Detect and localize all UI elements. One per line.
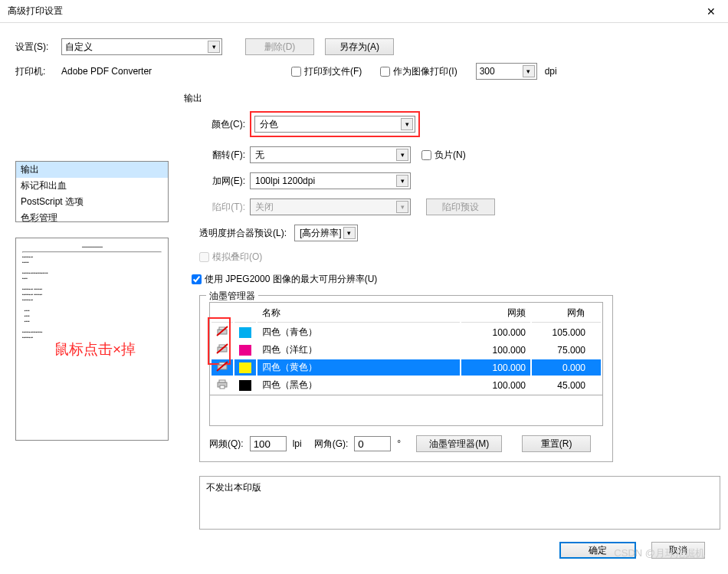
flip-value: 无 (255, 149, 264, 162)
screening-value: 100lpi 1200dpi (255, 175, 315, 186)
chevron-down-icon: ▾ (523, 65, 535, 77)
printer-icon[interactable] (216, 326, 228, 336)
transparency-label: 透明度拼合器预设(L): (199, 227, 287, 240)
col-freq: 网频 (461, 304, 530, 323)
ok-button[interactable]: 确定 (559, 542, 636, 559)
main-content: 设置(S): 自定义 ▾ 删除(D) 另存为(A) 打印机: Adobe PDF… (0, 23, 728, 103)
transparency-select[interactable]: [高分辨率] ▾ (294, 225, 358, 241)
screening-label: 加网(E): (199, 175, 245, 188)
ink-row[interactable]: 四色（黄色）100.0000.000 (212, 359, 601, 376)
output-section-label: 输出 (184, 92, 713, 105)
dpi-combo[interactable]: 300 ▾ (476, 63, 537, 80)
flip-select[interactable]: 无 ▾ (250, 146, 411, 163)
simulate-input (199, 252, 209, 262)
print-to-file-input[interactable] (291, 67, 301, 77)
color-value: 分色 (260, 118, 278, 131)
chevron-down-icon: ▾ (401, 118, 413, 130)
cancel-button[interactable]: 取消 (651, 542, 705, 559)
col-angle: 网角 (532, 304, 601, 323)
ink-manager-button[interactable]: 油墨管理器(M) (416, 435, 502, 452)
printer-icon[interactable] (216, 343, 228, 354)
deg-label: ° (397, 438, 401, 449)
reset-button[interactable]: 重置(R) (522, 435, 591, 452)
svg-rect-11 (220, 385, 225, 389)
printer-label: 打印机: (15, 65, 61, 78)
lpi-label: lpi (293, 438, 302, 449)
printer-icon[interactable] (216, 379, 228, 389)
negative-checkbox[interactable]: 负片(N) (421, 149, 466, 162)
title-bar: 高级打印设置 ✕ (0, 0, 728, 23)
dpi-unit: dpi (545, 66, 557, 77)
dialog-footer: 确定 取消 (559, 542, 705, 559)
ink-row[interactable]: 四色（黑色）100.00045.000 (212, 377, 601, 393)
annotation-text: 鼠标点击×掉 (54, 339, 136, 359)
jpeg2000-checkbox[interactable]: 使用 JPEG2000 图像的最大可用分辨率(U) (192, 273, 377, 286)
category-listbox[interactable]: 输出 标记和出血 PostScript 选项 色彩管理 (15, 161, 169, 222)
ink-freq: 100.000 (461, 359, 530, 376)
sidebar-item-marks[interactable]: 标记和出血 (16, 178, 168, 194)
color-row: 颜色(C): 分色 ▾ (199, 111, 713, 137)
left-panel: 输出 标记和出血 PostScript 选项 色彩管理 ━━━━━━━━━ ▪▪… (15, 161, 169, 441)
printer-value: Adobe PDF Converter (61, 66, 291, 77)
print-to-file-checkbox[interactable]: 打印到文件(F) (291, 65, 362, 78)
ink-angle: 105.000 (532, 324, 601, 340)
ink-angle: 0.000 (532, 359, 601, 376)
negative-label: 负片(N) (435, 149, 466, 162)
chevron-down-icon: ▾ (208, 41, 220, 53)
settings-label: 设置(S): (15, 41, 61, 54)
settings-combo[interactable]: 自定义 ▾ (61, 38, 222, 55)
ink-angle: 45.000 (532, 377, 601, 393)
sidebar-item-colormgmt[interactable]: 色彩管理 (16, 210, 168, 226)
transparency-row: 透明度拼合器预设(L): [高分辨率] ▾ (199, 225, 713, 241)
status-text: 不发出本印版 (206, 482, 261, 493)
print-as-image-input[interactable] (380, 67, 390, 77)
ink-controls: 网频(Q): lpi 网角(G): ° 油墨管理器(M) 重置(R) (209, 435, 603, 452)
jpeg2000-input[interactable] (192, 274, 202, 284)
ink-row[interactable]: 四色（洋红）100.00075.000 (212, 342, 601, 358)
screening-row: 加网(E): 100lpi 1200dpi ▾ (199, 172, 713, 189)
trap-preview-button: 陷印预设 (426, 198, 495, 215)
screening-select[interactable]: 100lpi 1200dpi ▾ (250, 172, 411, 189)
page-preview: ━━━━━━━━━ ▪▪▪▪▪▪▪▪▪▪▪▪▪▪▪▪▪▪▪▪▪▪▪▪▪▪▪▪▪▪… (15, 238, 169, 441)
ink-freq: 100.000 (461, 377, 530, 393)
angle-label: 网角(G): (314, 438, 349, 451)
trap-select: 关闭 ▾ (250, 198, 411, 215)
ink-angle: 75.000 (532, 342, 601, 358)
sidebar-item-postscript[interactable]: PostScript 选项 (16, 194, 168, 210)
trap-label: 陷印(T): (199, 201, 245, 214)
ink-row[interactable]: 四色（青色）100.000105.000 (212, 324, 601, 340)
simulate-label: 模拟叠印(O) (212, 251, 262, 264)
color-label: 颜色(C): (199, 118, 245, 131)
saveas-button[interactable]: 另存为(A) (325, 38, 394, 55)
window-title: 高级打印设置 (8, 5, 63, 18)
delete-button: 删除(D) (245, 38, 314, 55)
ink-manager-fieldset: 油墨管理器 名称 网频 网角 四色（青色）100.000105.000四色（洋红… (199, 295, 613, 462)
color-swatch (239, 362, 251, 373)
ink-name: 四色（黑色） (257, 377, 460, 393)
printer-icon[interactable] (216, 361, 228, 372)
print-as-image-checkbox[interactable]: 作为图像打印(I) (380, 65, 457, 78)
right-panel: 输出 颜色(C): 分色 ▾ 翻转(F): 无 ▾ 负片(N) 加网(E): 1… (184, 92, 713, 530)
jpeg2000-row: 使用 JPEG2000 图像的最大可用分辨率(U) (192, 273, 713, 286)
freq-input[interactable] (250, 436, 287, 451)
ink-name: 四色（青色） (257, 324, 460, 340)
ink-name: 四色（洋红） (257, 342, 460, 358)
flip-label: 翻转(F): (199, 149, 245, 162)
negative-input[interactable] (421, 150, 431, 160)
ink-table[interactable]: 名称 网频 网角 四色（青色）100.000105.000四色（洋红）100.0… (209, 302, 603, 395)
transparency-value: [高分辨率] (300, 227, 342, 240)
print-as-image-label: 作为图像打印(I) (393, 65, 457, 78)
ink-manager-legend: 油墨管理器 (206, 290, 258, 303)
ink-freq: 100.000 (461, 324, 530, 340)
color-select[interactable]: 分色 ▾ (254, 116, 415, 133)
ink-freq: 100.000 (461, 342, 530, 358)
jpeg2000-label: 使用 JPEG2000 图像的最大可用分辨率(U) (205, 273, 377, 286)
settings-value: 自定义 (65, 41, 93, 54)
status-box: 不发出本印版 (199, 476, 720, 530)
angle-input[interactable] (354, 436, 391, 451)
sidebar-item-output[interactable]: 输出 (16, 162, 168, 178)
chevron-down-icon: ▾ (396, 175, 408, 187)
close-button[interactable]: ✕ (694, 0, 728, 23)
freq-label: 网频(Q): (209, 438, 244, 451)
trap-value: 关闭 (255, 201, 274, 214)
